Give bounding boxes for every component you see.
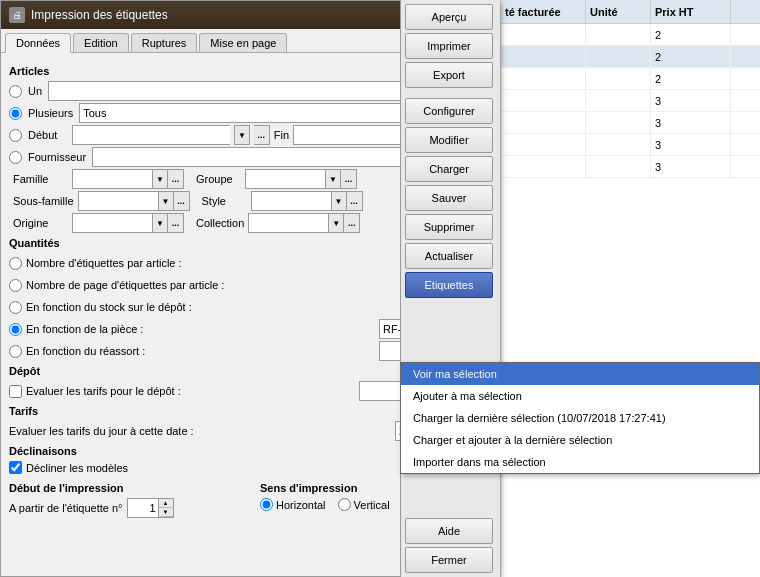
- reassort-label: En fonction du réassort :: [26, 345, 375, 357]
- tab-ruptures[interactable]: Ruptures: [131, 33, 198, 52]
- debut-impression-label: Début de l'impression: [9, 482, 240, 494]
- tab-donnees[interactable]: Données: [5, 33, 71, 53]
- tab-mise-en-page[interactable]: Mise en page: [199, 33, 287, 52]
- table-body: 2 2 2 3 3 3 3: [501, 24, 760, 178]
- aide-button[interactable]: Aide: [405, 518, 493, 544]
- radio-piece[interactable]: [9, 323, 22, 336]
- dropdown-item-importer[interactable]: Importer dans ma sélection: [401, 451, 759, 473]
- table-header: té facturée Unité Prix HT: [501, 0, 760, 24]
- a-partir-spinner[interactable]: ▲ ▼: [127, 498, 174, 518]
- horizontal-option: Horizontal: [260, 498, 326, 511]
- style-label: Style: [202, 191, 247, 211]
- style-input[interactable]: [251, 191, 331, 211]
- debut-dots[interactable]: ...: [254, 125, 270, 145]
- groupe-arrow[interactable]: ▼: [325, 169, 341, 189]
- configurer-button[interactable]: Configurer: [405, 98, 493, 124]
- radio-vertical[interactable]: [338, 498, 351, 511]
- evaluer-depot-label: Evaluer les tarifs pour le dépôt :: [26, 385, 355, 397]
- vertical-option: Vertical: [338, 498, 390, 511]
- decliner-checkbox[interactable]: [9, 461, 22, 474]
- a-partir-up[interactable]: ▲: [159, 499, 173, 508]
- radio-horizontal[interactable]: [260, 498, 273, 511]
- un-input[interactable]: [48, 81, 459, 101]
- sauver-button[interactable]: Sauver: [405, 185, 493, 211]
- horizontal-label: Horizontal: [276, 499, 326, 511]
- vertical-label: Vertical: [354, 499, 390, 511]
- groupe-dots[interactable]: ...: [341, 169, 357, 189]
- famille-dots[interactable]: ...: [168, 169, 184, 189]
- style-dots[interactable]: ...: [347, 191, 363, 211]
- radio-un[interactable]: [9, 85, 22, 98]
- nb-page-label: Nombre de page d'étiquettes par article …: [26, 279, 440, 291]
- supprimer-button[interactable]: Supprimer: [405, 214, 493, 240]
- style-arrow[interactable]: ▼: [331, 191, 347, 211]
- groupe-label: Groupe: [196, 169, 241, 189]
- famille-label: Famille: [13, 169, 68, 189]
- un-label: Un: [28, 85, 42, 97]
- radio-plusieurs[interactable]: [9, 107, 22, 120]
- debut-arrow[interactable]: ▼: [234, 125, 250, 145]
- debut-label: Début: [28, 129, 66, 141]
- modifier-button[interactable]: Modifier: [405, 127, 493, 153]
- apercu-button[interactable]: Aperçu: [405, 4, 493, 30]
- dropdown-item-charger-derniere[interactable]: Charger la dernière sélection (10/07/201…: [401, 407, 759, 429]
- stock-label: En fonction du stock sur le dépôt :: [26, 301, 405, 313]
- radio-nb-page[interactable]: [9, 279, 22, 292]
- sous-famille-input[interactable]: [78, 191, 158, 211]
- origine-label: Origine: [13, 213, 68, 233]
- radio-fournisseur[interactable]: [9, 151, 22, 164]
- fermer-button[interactable]: Fermer: [405, 547, 493, 573]
- evaluer-tarifs-label: Evaluer les tarifs du jour à cette date …: [9, 425, 391, 437]
- charger-button[interactable]: Charger: [405, 156, 493, 182]
- sous-famille-arrow[interactable]: ▼: [158, 191, 174, 211]
- dropdown-menu: Voir ma sélection Ajouter à ma sélection…: [400, 362, 760, 474]
- evaluer-depot-checkbox[interactable]: [9, 385, 22, 398]
- plusieurs-label: Plusieurs: [28, 107, 73, 119]
- actualiser-button[interactable]: Actualiser: [405, 243, 493, 269]
- background-table: té facturée Unité Prix HT 2 2 2 3 3: [500, 0, 760, 577]
- groupe-input[interactable]: [245, 169, 325, 189]
- fournisseur-label: Fournisseur: [28, 151, 86, 163]
- right-panel: Aperçu Imprimer Export Configurer Modifi…: [400, 0, 500, 577]
- radio-reassort[interactable]: [9, 345, 22, 358]
- collection-arrow[interactable]: ▼: [328, 213, 344, 233]
- collection-input[interactable]: [248, 213, 328, 233]
- dropdown-item-ajouter[interactable]: Ajouter à ma sélection: [401, 385, 759, 407]
- tab-edition[interactable]: Edition: [73, 33, 129, 52]
- sous-famille-dots[interactable]: ...: [174, 191, 190, 211]
- table-row: 2: [501, 68, 760, 90]
- imprimer-button[interactable]: Imprimer: [405, 33, 493, 59]
- origine-dots[interactable]: ...: [168, 213, 184, 233]
- table-row: 3: [501, 156, 760, 178]
- table-row: 2: [501, 24, 760, 46]
- piece-label: En fonction de la pièce :: [26, 323, 375, 335]
- nb-etiquettes-label: Nombre d'étiquettes par article :: [26, 257, 440, 269]
- a-partir-down[interactable]: ▼: [159, 508, 173, 517]
- origine-input[interactable]: [72, 213, 152, 233]
- sous-famille-label: Sous-famille: [13, 191, 74, 211]
- origine-arrow[interactable]: ▼: [152, 213, 168, 233]
- export-button[interactable]: Export: [405, 62, 493, 88]
- dialog-title: Impression des étiquettes: [31, 8, 168, 22]
- table-row: 2: [501, 46, 760, 68]
- dropdown-item-voir[interactable]: Voir ma sélection: [401, 363, 759, 385]
- table-row: 3: [501, 134, 760, 156]
- debut-input[interactable]: [72, 125, 230, 145]
- famille-input[interactable]: [72, 169, 152, 189]
- dialog-icon: 🖨: [9, 7, 25, 23]
- famille-arrow[interactable]: ▼: [152, 169, 168, 189]
- debut-impression-group: Début de l'impression A partir de l'étiq…: [9, 478, 240, 518]
- col-header-price: Prix HT: [651, 0, 731, 23]
- collection-label: Collection: [196, 213, 244, 233]
- radio-nb-etiquettes[interactable]: [9, 257, 22, 270]
- dropdown-item-charger-ajouter[interactable]: Charger et ajouter à la dernière sélecti…: [401, 429, 759, 451]
- a-partir-input[interactable]: [128, 499, 158, 517]
- collection-dots[interactable]: ...: [344, 213, 360, 233]
- a-partir-label: A partir de l'étiquette n°: [9, 502, 123, 514]
- radio-debut[interactable]: [9, 129, 22, 142]
- fin-label: Fin: [274, 129, 289, 141]
- col-header-qty: té facturée: [501, 0, 586, 23]
- radio-stock[interactable]: [9, 301, 22, 314]
- etiquettes-button[interactable]: Etiquettes: [405, 272, 493, 298]
- table-row: 3: [501, 90, 760, 112]
